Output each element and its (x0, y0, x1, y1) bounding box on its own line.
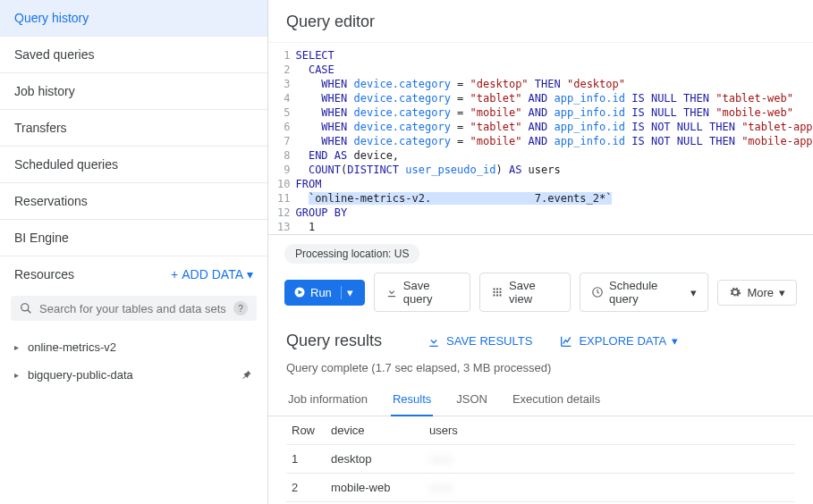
main-panel: Query editor 12345678910111213 SELECT CA… (268, 0, 813, 504)
svg-point-7 (496, 291, 498, 293)
pin-icon[interactable] (241, 369, 253, 382)
caret-down-icon: ▾ (779, 286, 785, 299)
nav-query-history[interactable]: Query history (0, 0, 267, 37)
play-icon (294, 287, 305, 298)
line-gutter: 12345678910111213 (268, 48, 295, 234)
gear-icon (729, 286, 741, 298)
svg-point-8 (499, 291, 501, 293)
code-content[interactable]: SELECT CASE WHEN device.category = "desk… (295, 48, 813, 234)
resources-header: Resources + ADD DATA ▾ (0, 256, 267, 292)
chevron-right-icon: ▸ (14, 370, 19, 380)
tree-item[interactable]: ▸online-metrics-v2 (7, 333, 260, 361)
tab-results[interactable]: Results (391, 383, 433, 416)
run-button[interactable]: Run ▾ (284, 280, 365, 306)
table-row: 1desktop—— (286, 445, 795, 474)
col-device: device (326, 416, 424, 444)
results-title: Query results (286, 332, 382, 350)
svg-point-5 (499, 288, 501, 290)
nav-reservations[interactable]: Reservations (0, 183, 267, 220)
save-query-button[interactable]: Save query (374, 273, 470, 312)
table-header: Row device users (286, 416, 795, 445)
chart-icon (559, 334, 573, 349)
search-input[interactable] (39, 302, 226, 315)
caret-down-icon: ▾ (690, 286, 697, 299)
svg-point-9 (493, 294, 495, 296)
tab-execution-details[interactable]: Execution details (511, 383, 602, 416)
sidebar: Query historySaved queriesJob historyTra… (0, 0, 268, 504)
editor-title: Query editor (268, 0, 813, 43)
grid-icon (491, 286, 504, 298)
svg-point-3 (493, 288, 495, 290)
chevron-right-icon: ▸ (14, 342, 19, 352)
editor-toolbar: Processing location: US Run ▾ Save query… (268, 235, 813, 321)
dataset-tree: ▸online-metrics-v2▸bigquery-public-data (0, 328, 267, 394)
caret-down-icon: ▾ (672, 334, 678, 348)
schedule-query-button[interactable]: Schedule query ▾ (580, 273, 708, 312)
nav-saved-queries[interactable]: Saved queries (0, 37, 267, 73)
svg-point-11 (499, 294, 501, 296)
tab-job-information[interactable]: Job information (286, 383, 369, 416)
caret-down-icon: ▾ (247, 267, 253, 281)
explore-data-button[interactable]: EXPLORE DATA ▾ (559, 334, 678, 349)
results-table: Row device users 1desktop——2mobile-web——… (268, 416, 813, 504)
add-data-button[interactable]: + ADD DATA ▾ (171, 267, 253, 281)
results-header: Query results SAVE RESULTS EXPLORE DATA … (268, 321, 813, 356)
col-users: users (424, 416, 487, 444)
col-row: Row (286, 416, 326, 444)
results-tabs: Job informationResultsJSONExecution deta… (268, 383, 813, 416)
resources-label: Resources (14, 267, 74, 281)
nav-job-history[interactable]: Job history (0, 73, 267, 110)
svg-line-1 (28, 310, 31, 314)
code-editor[interactable]: 12345678910111213 SELECT CASE WHEN devic… (268, 43, 813, 235)
search-box[interactable]: ? (11, 296, 257, 321)
clock-icon (591, 286, 604, 298)
svg-point-0 (21, 304, 29, 311)
plus-icon: + (171, 267, 178, 281)
nav-transfers[interactable]: Transfers (0, 110, 267, 147)
tree-item[interactable]: ▸bigquery-public-data (7, 361, 260, 389)
nav-scheduled-queries[interactable]: Scheduled queries (0, 147, 267, 183)
more-button[interactable]: More ▾ (717, 280, 797, 306)
help-icon[interactable]: ? (233, 301, 248, 315)
download-icon (427, 334, 441, 349)
svg-point-10 (496, 294, 498, 296)
run-label: Run (310, 286, 332, 299)
search-icon (20, 302, 32, 315)
nav-bi-engine[interactable]: BI Engine (0, 220, 267, 256)
tree-label: bigquery-public-data (28, 368, 133, 382)
run-split-caret[interactable]: ▾ (341, 286, 353, 299)
query-status: Query complete (1.7 sec elapsed, 3 MB pr… (268, 356, 813, 383)
svg-point-4 (496, 288, 498, 290)
add-data-label: ADD DATA (182, 267, 243, 281)
table-row: 2mobile-web—— (286, 474, 795, 502)
download-icon (385, 286, 398, 298)
tree-label: online-metrics-v2 (28, 340, 116, 354)
tab-json[interactable]: JSON (454, 383, 489, 416)
processing-location-chip: Processing location: US (284, 244, 419, 264)
save-results-button[interactable]: SAVE RESULTS (427, 334, 532, 349)
save-view-button[interactable]: Save view (479, 273, 571, 312)
svg-point-6 (493, 291, 495, 293)
